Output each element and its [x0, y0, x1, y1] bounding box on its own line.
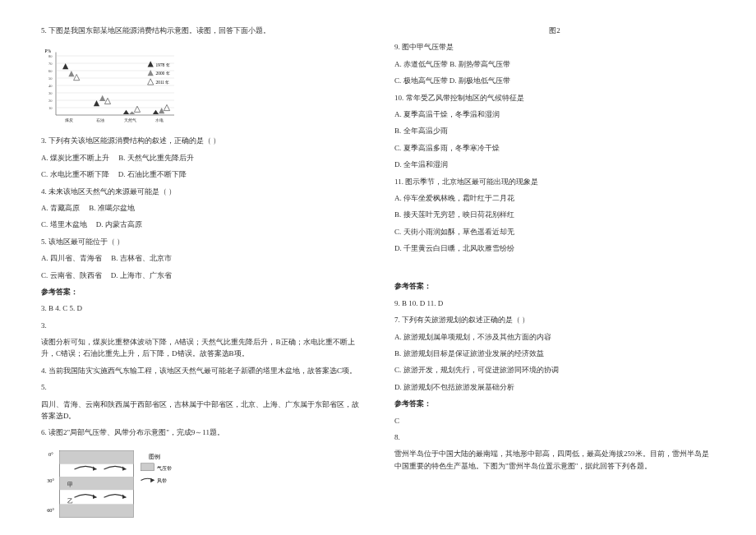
tick-30: 30° — [47, 477, 54, 483]
document-page: 5. 下图是我国东部某地区能源消费结构示意图。读图，回答下面小题。 P% 807… — [0, 0, 756, 535]
exp5-num: 5. — [41, 381, 362, 393]
exp-q5: 四川、青海、云南和陕西属于西部省区，吉林属于中部省区，北京、上海、广东属于东部省… — [41, 399, 362, 422]
fig2-caption: 图2 — [394, 25, 715, 36]
q3d: D. 石油比重不断下降 — [118, 170, 187, 178]
reference-answer-label-3: 参考答案： — [394, 398, 715, 409]
svg-text:30: 30 — [48, 91, 53, 95]
svg-marker-45 — [150, 478, 154, 482]
xlabel-gas: 天然气 — [124, 118, 136, 122]
svg-text:20: 20 — [48, 99, 53, 103]
svg-text:80: 80 — [48, 54, 53, 58]
svg-text:60: 60 — [48, 69, 53, 73]
q3b: B. 天然气比重先降后升 — [118, 154, 194, 162]
q5d: D. 上海市、广东省 — [111, 271, 172, 279]
q3c: C. 水电比重不断下降 — [41, 170, 109, 178]
svg-marker-19 — [62, 63, 68, 69]
svg-text:70: 70 — [48, 62, 53, 66]
q7b: B. 旅游规划目标是保证旅游业发展的经济效益 — [394, 348, 715, 359]
q11d: D. 千里黄云白日曛，北风吹雁雪纷纷 — [394, 242, 715, 254]
q6: 6. 读图2"局部气压带、风带分布示意图"，完成9～11题。 — [41, 427, 362, 438]
q5-row2: C. 云南省、陕西省 D. 上海市、广东省 — [41, 270, 362, 281]
q10b: B. 全年高温少雨 — [394, 125, 715, 136]
reference-answer-label: 参考答案： — [41, 286, 362, 297]
q4d: D. 内蒙古高原 — [96, 220, 142, 228]
xlabel-hydro: 水电 — [155, 118, 164, 122]
q11a: A. 停车坐爱枫林晚，霜叶红于二月花 — [394, 192, 715, 204]
q3-row2: C. 水电比重不断下降 D. 石油比重不断下降 — [41, 168, 362, 180]
svg-marker-22 — [94, 100, 99, 106]
q5-intro: 5. 下图是我国东部某地区能源消费结构示意图。读图，回答下面小题。 — [41, 25, 362, 36]
svg-marker-23 — [99, 95, 105, 101]
q7c: C. 旅游开发，规划先行，可促进旅游同环境的协调 — [394, 364, 715, 376]
svg-text:P%: P% — [45, 48, 52, 53]
q5: 5. 该地区最可能位于（ ） — [41, 236, 362, 247]
q5-row1: A. 四川省、青海省 B. 吉林省、北京市 — [41, 252, 362, 264]
q10d: D. 全年温和湿润 — [394, 159, 715, 170]
svg-text:乙: 乙 — [67, 497, 73, 504]
q9: 9. 图中甲气压带是 — [394, 41, 715, 53]
svg-marker-28 — [153, 110, 159, 114]
svg-marker-25 — [123, 110, 129, 114]
q11b: B. 接天莲叶无穷碧，映日荷花别样红 — [394, 209, 715, 220]
svg-marker-24 — [104, 99, 110, 104]
q4b: B. 准噶尔盆地 — [89, 204, 135, 212]
pressure-belt-diagram: 0° 30° 60° 甲 乙 图例 气压带 风带 — [41, 447, 189, 521]
legend-wind: 风带 — [157, 477, 167, 483]
q10: 10. 常年受乙风带控制地区的气候特征是 — [394, 92, 715, 104]
exp3-num: 3. — [41, 320, 362, 331]
legend-2011: 2011 年 — [156, 81, 170, 85]
svg-marker-33 — [148, 79, 154, 85]
q5c: C. 云南省、陕西省 — [41, 271, 102, 279]
q9b: C. 极地高气压带 D. 副极地低气压带 — [394, 75, 715, 86]
q3a: A. 煤炭比重不断上升 — [41, 154, 109, 162]
xlabel-coal: 煤炭 — [65, 118, 73, 122]
svg-rect-44 — [141, 464, 154, 471]
svg-text:甲: 甲 — [67, 482, 73, 488]
legend-2000: 2000 年 — [156, 71, 170, 76]
q4-row2: C. 塔里木盆地 D. 内蒙古高原 — [41, 219, 362, 230]
q9a: A. 赤道低气压带 B. 副热带高气压带 — [394, 58, 715, 70]
exp-q4: 4. 当前我国陆灾实施西气东输工程，该地区天然气最可能老子新疆的塔里木盆地，故答… — [41, 365, 362, 376]
q5b: B. 吉林省、北京市 — [111, 254, 172, 262]
q8-num: 8. — [394, 431, 715, 443]
q11c: C. 天街小雨润如酥，草色遥看近却无 — [394, 226, 715, 238]
svg-rect-37 — [60, 504, 134, 517]
q3: 3. 下列有关该地区能源消费结构的叙述，正确的是（ ） — [41, 135, 362, 146]
svg-text:40: 40 — [48, 84, 53, 88]
q4a: A. 青藏高原 — [41, 204, 80, 212]
svg-marker-31 — [148, 62, 154, 67]
svg-marker-21 — [74, 75, 80, 81]
tick-60: 60° — [47, 507, 54, 513]
q10a: A. 夏季高温干燥，冬季温和湿润 — [394, 108, 715, 120]
svg-text:50: 50 — [48, 76, 53, 81]
right-column: 图2 9. 图中甲气压带是 A. 赤道低气压带 B. 副热带高气压带 C. 极地… — [394, 25, 715, 524]
answer-q7: C — [394, 415, 715, 427]
q7d: D. 旅游规划不包括旅游发展基础分析 — [394, 381, 715, 393]
legend-pressure: 气压带 — [157, 465, 172, 471]
answers-345: 3. B 4. C 5. D — [41, 302, 362, 314]
q7: 7. 下列有关旅游规划的叙述正确的是（ ） — [394, 314, 715, 325]
answers-9-11: 9. B 10. D 11. D — [394, 297, 715, 309]
q4c: C. 塔里木盆地 — [41, 220, 87, 228]
svg-text:10: 10 — [48, 106, 53, 110]
spacer — [394, 259, 715, 275]
reference-answer-label-2: 参考答案： — [394, 280, 715, 292]
svg-marker-27 — [134, 107, 140, 113]
xlabel-oil: 石油 — [96, 118, 104, 122]
svg-rect-35 — [60, 450, 134, 464]
legend-title: 图例 — [149, 453, 160, 459]
svg-marker-20 — [68, 71, 74, 76]
energy-chart: P% 807060 504030 2010 — [41, 44, 189, 127]
q7a: A. 旅游规划属单项规划，不涉及其他方面的内容 — [394, 331, 715, 343]
q4: 4. 未来该地区天然气的来源最可能是（ ） — [41, 186, 362, 197]
q8-text: 雷州半岛位于中国大陆的最南端，其地形中部高，四周低，最高处海拔259米。目前，雷… — [394, 448, 715, 472]
legend-1978: 1978 年 — [156, 62, 170, 67]
exp-q3: 读图分析可知，煤炭比重整体波动下降，A错误；天然气比重先降后升，B正确；水电比重… — [41, 336, 362, 360]
q3-row1: A. 煤炭比重不断上升 B. 天然气比重先降后升 — [41, 152, 362, 164]
q5a: A. 四川省、青海省 — [41, 254, 102, 262]
tick-0: 0° — [48, 451, 53, 457]
q10c: C. 夏季高温多雨，冬季寒冷干燥 — [394, 142, 715, 154]
q11: 11. 图示季节，北京地区最可能出现的现象是 — [394, 176, 715, 187]
left-column: 5. 下图是我国东部某地区能源消费结构示意图。读图，回答下面小题。 P% 807… — [41, 25, 362, 524]
q4-row1: A. 青藏高原 B. 准噶尔盆地 — [41, 202, 362, 214]
